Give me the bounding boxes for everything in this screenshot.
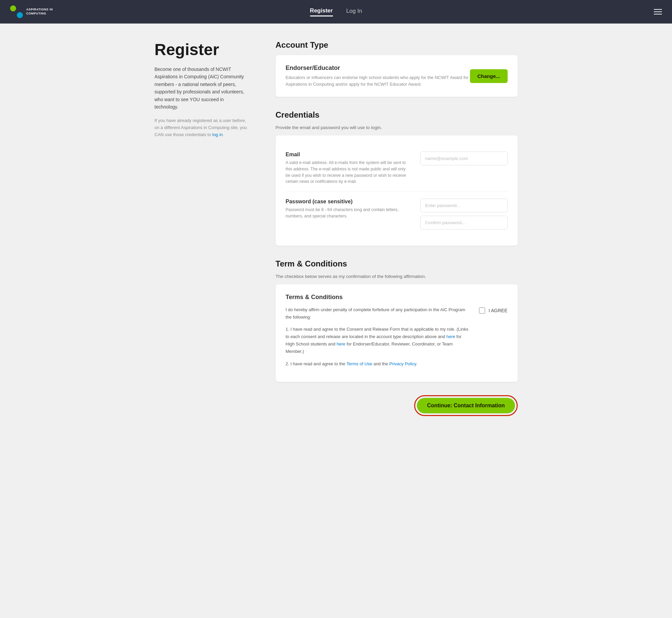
account-type-heading: Account Type bbox=[276, 40, 518, 50]
terms-agree-block: I AGREE bbox=[479, 306, 507, 314]
credentials-subtitle: Provide the email and password you will … bbox=[276, 125, 518, 130]
terms-point1: 1. I have read and agree to the Consent … bbox=[286, 326, 469, 355]
password-inputs bbox=[420, 199, 508, 230]
navbar: ASPIRATIONS IN COMPUTING Register Log In bbox=[0, 0, 672, 24]
terms-text: I do hereby affirm under penalty of comp… bbox=[286, 306, 469, 372]
account-type-card: Endorser/Educator Educators or influence… bbox=[276, 55, 518, 97]
password-description: Password must be 8 - 64 characters long … bbox=[286, 207, 410, 219]
account-type-section: Account Type Endorser/Educator Educators… bbox=[276, 40, 518, 97]
account-type-info: Endorser/Educator Educators or influence… bbox=[286, 65, 470, 87]
email-info: Email A valid e-mail address. All e-mail… bbox=[286, 152, 410, 185]
account-type-title: Endorser/Educator bbox=[286, 65, 470, 72]
terms-point2: 2. I have read and agree to the Terms of… bbox=[286, 360, 469, 368]
terms-body: I do hereby affirm under penalty of comp… bbox=[286, 306, 508, 372]
continue-button-wrapper: Continue: Contact Information bbox=[414, 395, 517, 416]
page-container: Register Become one of thousands of NCWI… bbox=[145, 24, 528, 443]
continue-button[interactable]: Continue: Contact Information bbox=[417, 398, 515, 413]
email-label: Email bbox=[286, 152, 410, 158]
password-input[interactable] bbox=[420, 199, 508, 212]
email-input[interactable] bbox=[420, 152, 508, 165]
terms-of-use-link[interactable]: Terms of Use bbox=[347, 361, 372, 366]
agree-label: I AGREE bbox=[488, 308, 507, 313]
log-in-link[interactable]: log in bbox=[212, 132, 223, 137]
page-title: Register bbox=[155, 40, 249, 59]
logo-icon bbox=[10, 5, 23, 18]
agree-checkbox[interactable] bbox=[479, 307, 485, 314]
email-description: A valid e-mail address. All e-mails from… bbox=[286, 160, 410, 185]
left-note: If you have already registered as a user… bbox=[155, 117, 249, 138]
left-column: Register Become one of thousands of NCWI… bbox=[155, 40, 249, 416]
credentials-card: Email A valid e-mail address. All e-mail… bbox=[276, 135, 518, 246]
continue-row: Continue: Contact Information bbox=[276, 395, 518, 416]
hamburger-menu[interactable] bbox=[654, 9, 662, 14]
account-type-description: Educators or influencers can endorse hig… bbox=[286, 74, 470, 87]
terms-section: Term & Conditions The checkbox below ser… bbox=[276, 259, 518, 382]
right-column: Account Type Endorser/Educator Educators… bbox=[276, 40, 518, 416]
hamburger-line-3 bbox=[654, 14, 662, 14]
terms-heading: Term & Conditions bbox=[276, 259, 518, 269]
terms-card: Terms & Conditions I do hereby affirm un… bbox=[276, 284, 518, 382]
change-button[interactable]: Change... bbox=[470, 69, 508, 83]
password-label: Password (case sensitive) bbox=[286, 199, 410, 205]
privacy-policy-link[interactable]: Privacy Policy bbox=[389, 361, 416, 366]
confirm-password-input[interactable] bbox=[420, 216, 508, 230]
hamburger-line-2 bbox=[654, 11, 662, 12]
logo-text: ASPIRATIONS IN COMPUTING bbox=[26, 8, 53, 15]
terms-here2-link[interactable]: here bbox=[337, 341, 345, 346]
credentials-heading: Credentials bbox=[276, 110, 518, 120]
hamburger-line-1 bbox=[654, 9, 662, 10]
terms-subtitle: The checkbox below serves as my confirma… bbox=[276, 274, 518, 279]
logo: ASPIRATIONS IN COMPUTING bbox=[10, 5, 53, 18]
terms-card-title: Terms & Conditions bbox=[286, 294, 508, 301]
password-row: Password (case sensitive) Password must … bbox=[286, 192, 508, 236]
email-row: Email A valid e-mail address. All e-mail… bbox=[286, 145, 508, 192]
email-inputs bbox=[420, 152, 508, 165]
logo-circle-blue bbox=[17, 12, 23, 18]
nav-links: Register Log In bbox=[310, 7, 362, 16]
nav-login-link[interactable]: Log In bbox=[346, 8, 362, 16]
nav-register-link[interactable]: Register bbox=[310, 7, 333, 16]
credentials-section: Credentials Provide the email and passwo… bbox=[276, 110, 518, 246]
password-info: Password (case sensitive) Password must … bbox=[286, 199, 410, 219]
left-description: Become one of thousands of NCWIT Aspirat… bbox=[155, 66, 249, 111]
logo-circle-green bbox=[10, 5, 16, 11]
terms-intro: I do hereby affirm under penalty of comp… bbox=[286, 306, 469, 321]
terms-here1-link[interactable]: here bbox=[446, 334, 455, 339]
